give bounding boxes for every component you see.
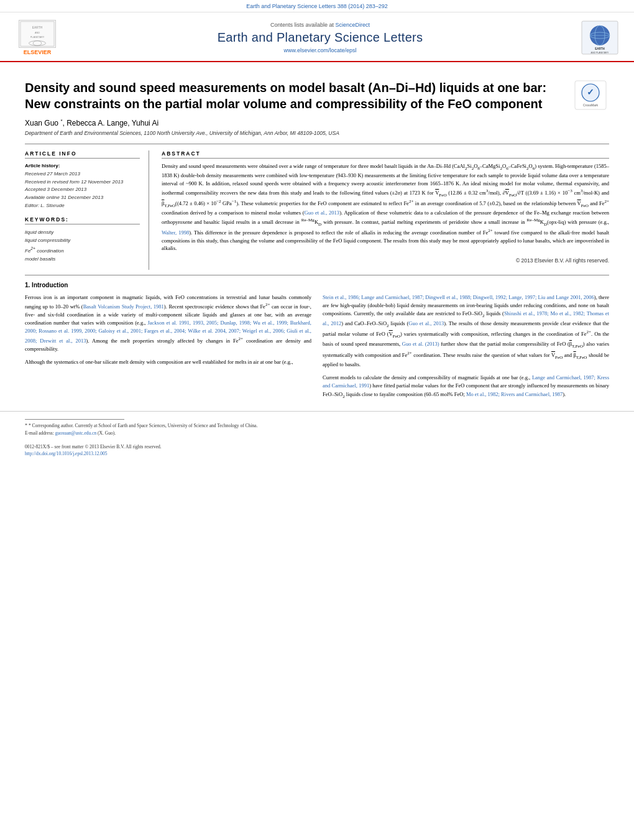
article-info-abstract: ARTICLE INFO Article history: Received 2… (25, 144, 609, 270)
sciencedirect-link[interactable]: ScienceDirect (336, 22, 370, 28)
footnote-marker: * (25, 423, 27, 428)
ref-lange-carmichael[interactable]: Lange and Carmichael, 1987; Kress and Ca… (323, 374, 609, 389)
intro-right-para-2: Current models to calculate the density … (323, 374, 609, 400)
ref-guo-2013[interactable]: Guo et al., 2013 (408, 320, 444, 326)
page-header-bar: Earth and Planetary Science Letters 388 … (0, 0, 634, 12)
intro-right-col: Stein et al., 1986; Lange and Carmichael… (323, 293, 609, 405)
affiliation: Department of Earth and Environmental Sc… (25, 130, 609, 136)
ref-stein-1986[interactable]: Stein et al., 1986; Lange and Carmichael… (323, 294, 594, 300)
footer-area: * * Corresponding author. Currently at S… (0, 411, 634, 462)
received-date: Received 27 March 2013 (25, 171, 80, 177)
ref-basalt-volcanism[interactable]: Basalt Volcanism Study Project, 1981 (83, 303, 164, 310)
keywords-title: Keywords: (25, 216, 140, 224)
abstract-title: ABSTRACT (162, 150, 609, 159)
elsevier-logo: EARTH AND PLANETARY ELSEVIER (12, 20, 62, 55)
journal-title-area: Contents lists available at ScienceDirec… (62, 22, 578, 53)
email-label: E-mail address: (25, 430, 54, 436)
copyright: © 2013 Elsevier B.V. All rights reserved… (162, 257, 609, 264)
elsevier-brand: ELSEVIER (24, 49, 52, 55)
intro-section: 1. Introduction Ferrous iron is an impor… (25, 275, 609, 405)
intro-right-para-1: Stein et al., 1986; Lange and Carmichael… (323, 293, 609, 369)
intro-para-1: Ferrous iron is an important component i… (25, 293, 311, 353)
intro-para-2: Although the systematics of one-bar sili… (25, 358, 311, 366)
elsevier-logo-image: EARTH AND PLANETARY (19, 20, 56, 48)
title-area: Density and sound speed measurements on … (25, 80, 609, 112)
intro-left-col: Ferrous iron is an important component i… (25, 293, 311, 405)
doi-line[interactable]: http://dx.doi.org/10.1016/j.epsl.2013.12… (25, 450, 609, 457)
footnote-corresponding: * * Corresponding author. Currently at S… (25, 422, 609, 430)
svg-text:CrossMark: CrossMark (583, 103, 599, 107)
svg-text:EARTH: EARTH (32, 26, 43, 29)
keywords-section: Keywords: liquid density liquid compress… (25, 216, 140, 264)
intro-body: Ferrous iron is an important component i… (25, 293, 609, 405)
earth-logo: EARTH AND PLANETARY (578, 19, 622, 56)
journal-name: Earth and Planetary Science Letters (62, 30, 578, 45)
ref-shirashi[interactable]: Shirashi et al., 1978; Mo et al., 1982; … (323, 310, 609, 326)
revised-date: Received in revised form 12 November 201… (25, 179, 123, 185)
keywords-list: liquid density liquid compressibility Fe… (25, 228, 140, 264)
available-date: Available online 31 December 2013 (25, 195, 103, 200)
email-name: (X. Guo). (98, 430, 116, 436)
svg-text:AND: AND (35, 32, 40, 34)
article-main: Density and sound speed measurements on … (0, 62, 634, 405)
article-title: Density and sound speed measurements on … (25, 80, 609, 112)
article-history: Article history: Received 27 March 2013 … (25, 162, 140, 210)
svg-text:✓: ✓ (587, 87, 594, 97)
svg-text:PLANETARY: PLANETARY (30, 35, 45, 38)
article-info-title: ARTICLE INFO (25, 150, 140, 159)
author-names: Xuan Guo *, Rebecca A. Lange, Yuhui Ai (25, 119, 158, 127)
svg-text:AND PLANETARY: AND PLANETARY (591, 52, 610, 54)
email-address[interactable]: guoxuan@ustc.edu.cn (55, 430, 96, 436)
contents-line: Contents lists available at ScienceDirec… (62, 22, 578, 28)
issn-line: 0012-821X/$ – see front matter © 2013 El… (25, 443, 609, 450)
ref-jackson-1991[interactable]: Jackson et al. 1991, 1993, 2005; Dunlap,… (25, 320, 311, 343)
authors: Xuan Guo *, Rebecca A. Lange, Yuhui Ai (25, 118, 609, 127)
footnote-email: E-mail address: guoxuan@ustc.edu.cn (X. … (25, 430, 609, 436)
ref-mo-rivers[interactable]: Mo et al., 1982; Rivers and Carmichael, … (466, 391, 563, 397)
accepted-date: Accepted 3 December 2013 (25, 187, 86, 192)
journal-citation: Earth and Planetary Science Letters 388 … (246, 3, 388, 9)
crossmark-badge[interactable]: ✓ CrossMark (572, 80, 609, 111)
editor: Editor: L. Stixrude (25, 203, 65, 208)
abstract-text: Density and sound speed measurements wer… (162, 162, 609, 252)
section-1-title: 1. Introduction (25, 282, 609, 288)
contents-text: Contents lists available at (270, 22, 336, 28)
footnote-star-ref: * (60, 118, 62, 124)
article-history-section: ARTICLE INFO Article history: Received 2… (25, 150, 140, 210)
ref-guo-2013b[interactable]: Guo et al. (2013) (402, 341, 439, 347)
footer-divider (25, 419, 124, 420)
abstract-col: ABSTRACT Density and sound speed measure… (162, 150, 609, 270)
journal-header: EARTH AND PLANETARY ELSEVIER Contents li… (0, 12, 634, 62)
svg-text:EARTH: EARTH (595, 47, 605, 50)
article-info-col: ARTICLE INFO Article history: Received 2… (25, 150, 149, 270)
journal-url[interactable]: www.elsevier.com/locate/epsl (62, 47, 578, 53)
